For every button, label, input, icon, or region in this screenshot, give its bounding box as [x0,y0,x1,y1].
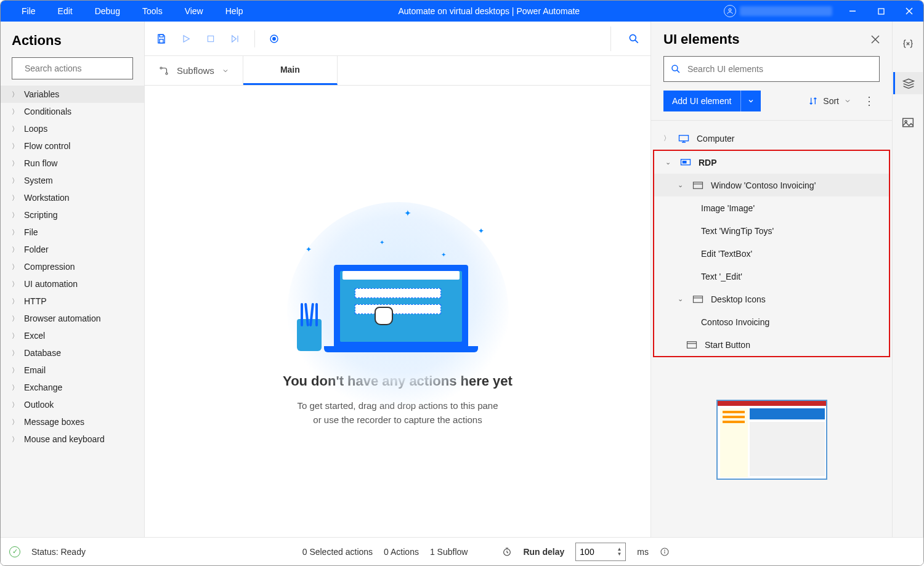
cat-label: System [24,176,53,185]
delay-value[interactable] [580,547,608,557]
actions-panel: Actions 〉Variables 〉Conditionals 〉Loops … [1,22,145,537]
ui-elements-search[interactable] [663,56,880,82]
spinner[interactable]: ▲▼ [617,547,622,557]
highlighted-group: ⌄ RDP ⌄ Window 'Contoso Invoicing' Image… [653,150,890,357]
menu-help[interactable]: Help [214,1,254,21]
cat-scripting[interactable]: 〉Scripting [1,206,144,224]
cat-variables[interactable]: 〉Variables [1,86,144,103]
cat-workstation[interactable]: 〉Workstation [1,189,144,206]
sort-label: Sort [823,96,839,106]
maximize-button[interactable] [867,1,895,22]
run-delay-input[interactable]: ▲▼ [575,543,626,561]
cat-message-boxes[interactable]: 〉Message boxes [1,413,144,431]
info-icon[interactable] [660,547,670,557]
status-actions: 0 Actions [384,547,419,557]
cat-flow-control[interactable]: 〉Flow control [1,137,144,155]
user-block[interactable] [724,5,838,17]
record-button[interactable] [265,30,283,48]
window-title: Automate on virtual desktops | Power Aut… [254,6,724,16]
step-button[interactable] [226,30,245,48]
menu-file[interactable]: File [10,1,47,21]
cat-outlook[interactable]: 〉Outlook [1,396,144,413]
cat-excel[interactable]: 〉Excel [1,327,144,344]
tree-item[interactable]: Image 'Image' [654,196,889,219]
status-ok-icon: ✓ [9,546,20,557]
tree-start-button[interactable]: Start Button [654,333,889,356]
svg-rect-7 [160,34,163,37]
right-sidebar [892,22,923,537]
minimize-button[interactable] [838,1,867,22]
cat-loops[interactable]: 〉Loops [1,120,144,137]
chevron-right-icon: 〉 [12,159,18,168]
titlebar: File Edit Debug Tools View Help Automate… [1,1,923,22]
tree-computer[interactable]: 〉 Computer [651,127,892,150]
menu-edit[interactable]: Edit [47,1,84,21]
flow-canvas[interactable]: ✦ ✦ ✦ ✦ ✦ You don't have any actions her… [145,86,650,537]
tree-item[interactable]: Contoso Invoicing [654,310,889,333]
cat-ui-automation[interactable]: 〉UI automation [1,275,144,293]
menu-debug[interactable]: Debug [84,1,131,21]
variables-pane-button[interactable] [893,33,923,55]
ui-elements-pane-button[interactable] [893,72,923,94]
add-dropdown[interactable] [740,91,761,111]
chevron-right-icon: 〉 [12,176,18,185]
status-text: Status: Ready [31,547,86,557]
cat-label: Scripting [24,210,57,220]
cat-browser-automation[interactable]: 〉Browser automation [1,310,144,327]
search-flow-button[interactable] [625,30,643,48]
close-panel-button[interactable] [871,35,880,44]
cat-mouse-keyboard[interactable]: 〉Mouse and keyboard [1,431,144,448]
actions-list[interactable]: 〉Variables 〉Conditionals 〉Loops 〉Flow co… [1,86,144,537]
svg-rect-32 [687,341,697,348]
cat-folder[interactable]: 〉Folder [1,241,144,258]
cat-label: Folder [24,245,49,254]
cat-http[interactable]: 〉HTTP [1,293,144,310]
tab-main[interactable]: Main [243,56,338,85]
images-pane-button[interactable] [893,111,923,134]
tree-item[interactable]: Edit 'TextBox' [654,242,889,265]
save-button[interactable] [152,30,171,48]
tree-label: Desktop Icons [711,294,766,304]
chevron-right-icon: 〉 [12,245,18,254]
cat-compression[interactable]: 〉Compression [1,258,144,275]
search-icon [670,63,681,75]
cat-database[interactable]: 〉Database [1,344,144,362]
tree-rdp[interactable]: ⌄ RDP [654,151,889,174]
svg-line-22 [677,70,679,73]
cat-file[interactable]: 〉File [1,224,144,241]
actions-search-input[interactable] [25,63,132,73]
tree-window[interactable]: ⌄ Window 'Contoso Invoicing' [654,174,889,196]
cat-exchange[interactable]: 〉Exchange [1,379,144,396]
cat-run-flow[interactable]: 〉Run flow [1,155,144,172]
chevron-down-icon [222,67,229,75]
cat-label: Browser automation [24,313,101,323]
cat-system[interactable]: 〉System [1,172,144,189]
window-buttons [838,1,923,22]
tree-label: Start Button [705,340,750,350]
add-ui-element-button[interactable]: Add UI element [663,91,761,111]
tree-label: Edit 'TextBox' [701,249,752,259]
svg-point-17 [160,67,162,69]
sort-button[interactable]: Sort [808,96,851,106]
menu-tools[interactable]: Tools [131,1,174,21]
tree-item[interactable]: Text '_Edit' [654,265,889,288]
menu-view[interactable]: View [174,1,214,21]
more-button[interactable]: ⋮ [859,94,880,108]
ui-elements-search-input[interactable] [687,64,873,74]
subflows-dropdown[interactable]: Subflows [145,56,243,85]
tree-item[interactable]: Text 'WingTip Toys' [654,219,889,242]
cat-label: Excel [24,331,45,341]
svg-rect-23 [679,135,689,140]
cat-conditionals[interactable]: 〉Conditionals [1,103,144,120]
window-icon [686,341,697,349]
chevron-right-icon: 〉 [12,90,18,99]
cat-email[interactable]: 〉Email [1,362,144,379]
chevron-right-icon: 〉 [12,142,18,151]
stop-button[interactable] [201,30,220,48]
run-button[interactable] [177,30,195,48]
chevron-right-icon: 〉 [12,418,18,427]
tree-desktop-icons[interactable]: ⌄ Desktop Icons [654,288,889,310]
chevron-right-icon: 〉 [12,107,18,116]
close-button[interactable] [895,1,923,22]
actions-search[interactable] [12,57,133,79]
